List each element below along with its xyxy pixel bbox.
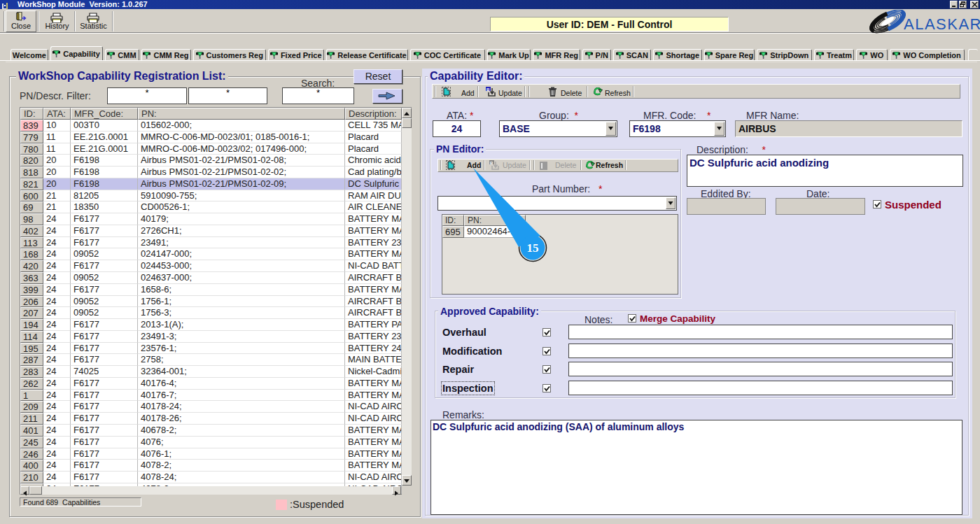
- svg-text:ALASKAR: ALASKAR: [904, 15, 980, 33]
- svg-text:B: B: [486, 87, 490, 92]
- svg-text:15: 15: [527, 241, 539, 255]
